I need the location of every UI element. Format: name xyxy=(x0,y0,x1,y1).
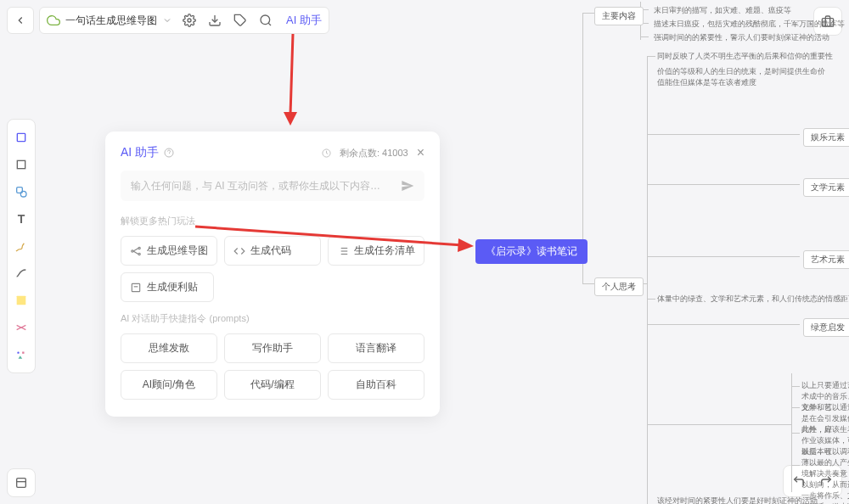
mindmap-leaf[interactable]: 描述末日瘟疫，包括灾难的残酷彻底，千军万国的数军等 xyxy=(654,19,845,30)
ai-prompt-input[interactable] xyxy=(131,180,401,192)
svg-point-19 xyxy=(132,249,133,251)
mindmap-node[interactable]: 艺术元素 xyxy=(803,250,849,269)
chip-mindmap[interactable]: 生成思维导图 xyxy=(121,236,217,266)
mindmap-leaf[interactable]: 价值的等级和人的生日的统束，是时间提供生命价值能住但媒体是等在该者难度 xyxy=(657,66,827,88)
chip-tasklist[interactable]: 生成任务清单 xyxy=(328,236,424,266)
help-icon[interactable] xyxy=(164,148,174,158)
mindmap-node[interactable]: 个人思考 xyxy=(594,277,644,296)
mindmap-icon xyxy=(130,245,142,257)
select-tool[interactable] xyxy=(10,126,32,148)
prompt-encyclopedia[interactable]: 自助百科 xyxy=(328,370,424,400)
left-toolbar: T xyxy=(7,119,36,373)
sticky-note-tool[interactable] xyxy=(10,289,32,311)
prompt-translate[interactable]: 语言翻译 xyxy=(328,333,424,363)
ai-panel-title: AI 助手 xyxy=(121,145,174,160)
cloud-icon xyxy=(47,14,60,27)
top-toolbar: 一句话生成思维导图 AI 助手 xyxy=(7,7,329,34)
text-tool[interactable]: T xyxy=(10,208,32,230)
mindmap-leaf[interactable]: 末日审判的描写，如灾难、难题、瘟疫等 xyxy=(654,5,791,16)
svg-rect-30 xyxy=(132,283,139,291)
frame-tool[interactable] xyxy=(10,154,32,176)
svg-rect-10 xyxy=(17,296,26,305)
svg-point-9 xyxy=(20,191,26,197)
note-icon xyxy=(130,282,142,294)
svg-line-32 xyxy=(290,34,293,115)
code-icon xyxy=(233,245,245,257)
pen-tool[interactable] xyxy=(10,235,32,257)
document-title: 一句话生成思维导图 xyxy=(65,14,157,28)
svg-rect-6 xyxy=(17,133,25,141)
close-button[interactable]: × xyxy=(417,145,424,160)
section-prompts-label: AI 对话助手快捷指令 (prompts) xyxy=(121,312,424,325)
svg-marker-13 xyxy=(19,356,23,359)
prompt-brainstorm[interactable]: 思维发散 xyxy=(121,333,217,363)
prompt-writing[interactable]: 写作助手 xyxy=(224,333,321,363)
chip-code[interactable]: 生成代码 xyxy=(224,236,321,266)
section-popular-label: 解锁更多热门玩法 xyxy=(121,215,424,227)
connector-tool[interactable] xyxy=(10,262,32,284)
settings-icon[interactable] xyxy=(177,8,201,32)
chip-sticky-note[interactable]: 生成便利贴 xyxy=(121,272,214,302)
mindmap-canvas[interactable]: 《启示录》读书笔记 主要内容 个人思考 末日审判的描写，如灾难、难题、瘟疫等 描… xyxy=(475,0,849,504)
mindmap-leaf[interactable]: 体量中的绿查、文学和艺术元素，和人们传统态的情感距离 xyxy=(657,294,849,305)
svg-point-20 xyxy=(138,247,140,249)
svg-point-11 xyxy=(17,352,19,354)
list-icon xyxy=(337,245,349,257)
layers-button[interactable] xyxy=(7,468,36,497)
svg-line-23 xyxy=(133,251,138,255)
svg-line-4 xyxy=(268,23,271,25)
mindmap-tool[interactable] xyxy=(10,316,32,339)
svg-rect-14 xyxy=(17,479,26,488)
mindmap-leaf[interactable]: 该经对时间的紧要性人们要是好时刻证神的活动 xyxy=(657,496,818,504)
mindmap-node[interactable]: 主要内容 xyxy=(594,7,644,25)
svg-point-21 xyxy=(138,253,140,255)
points-remaining: 剩余点数: 41003 xyxy=(340,147,408,160)
send-button[interactable] xyxy=(401,179,414,193)
mindmap-node[interactable]: 娱乐元素 xyxy=(803,128,849,147)
search-icon[interactable] xyxy=(254,8,278,32)
svg-marker-33 xyxy=(284,112,297,126)
mindmap-node[interactable]: 绿意启发 xyxy=(803,318,849,337)
mindmap-leaf[interactable]: 强调时间的的紧要性，警示人们要时刻保证神的活动 xyxy=(654,32,829,43)
mindmap-node[interactable]: 文学元素 xyxy=(803,178,849,197)
svg-point-3 xyxy=(261,15,270,25)
more-shapes-tool[interactable] xyxy=(10,344,32,366)
back-button[interactable] xyxy=(7,7,34,34)
document-title-pill[interactable]: 一句话生成思维导图 AI 助手 xyxy=(39,7,329,34)
ai-assistant-panel: AI 助手 剩余点数: 41003 × 解锁更多热门玩法 生成思维导图 生成代码… xyxy=(105,132,440,417)
svg-marker-35 xyxy=(458,238,474,252)
mindmap-center-node[interactable]: 《启示录》读书笔记 xyxy=(475,239,588,264)
export-icon[interactable] xyxy=(203,8,227,32)
svg-rect-7 xyxy=(17,160,25,168)
shape-tool[interactable] xyxy=(10,181,32,203)
prompt-coding[interactable]: 代码/编程 xyxy=(224,370,321,400)
clock-icon xyxy=(322,148,331,158)
tag-icon[interactable] xyxy=(228,8,252,32)
ai-input-row xyxy=(121,171,424,201)
ai-assistant-link[interactable]: AI 助手 xyxy=(286,13,322,28)
svg-point-0 xyxy=(188,19,191,22)
mindmap-leaf[interactable]: 同时反映了人类不明生态平衡的后果和信仰的重要性 xyxy=(657,51,833,62)
annotation-arrow-down xyxy=(280,34,306,127)
chevron-down-icon xyxy=(162,15,172,25)
svg-rect-12 xyxy=(22,352,24,354)
svg-line-22 xyxy=(133,248,138,251)
prompt-role[interactable]: AI顾问/角色 xyxy=(121,370,217,400)
